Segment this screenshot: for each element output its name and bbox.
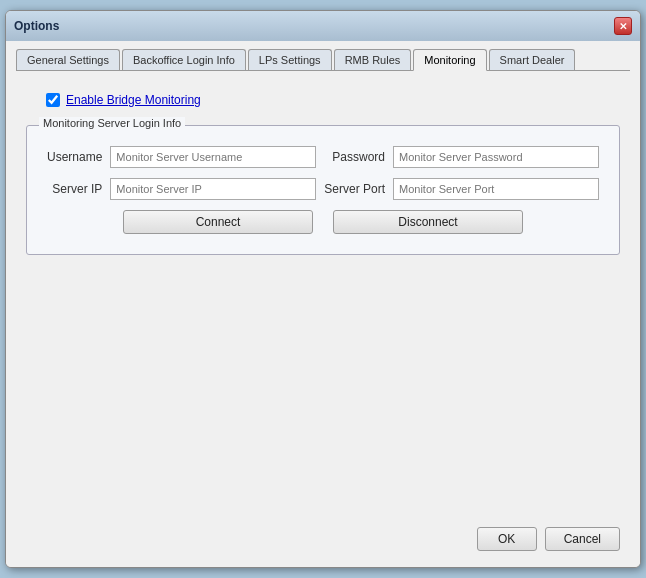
close-button[interactable]: ✕ — [614, 17, 632, 35]
tab-bar: General Settings Backoffice Login Info L… — [16, 49, 630, 71]
password-label: Password — [324, 150, 385, 164]
server-port-input[interactable] — [393, 178, 599, 200]
tab-smart-dealer[interactable]: Smart Dealer — [489, 49, 576, 70]
tab-monitoring[interactable]: Monitoring — [413, 49, 486, 71]
title-bar: Options ✕ — [6, 11, 640, 41]
enable-monitoring-checkbox[interactable] — [46, 93, 60, 107]
connect-button[interactable]: Connect — [123, 210, 313, 234]
ok-button[interactable]: OK — [477, 527, 537, 551]
server-ip-input[interactable] — [110, 178, 316, 200]
enable-monitoring-row: Enable Bridge Monitoring — [46, 93, 620, 107]
disconnect-button[interactable]: Disconnect — [333, 210, 523, 234]
window-title: Options — [14, 19, 59, 33]
password-input[interactable] — [393, 146, 599, 168]
footer: OK Cancel — [16, 519, 630, 559]
server-ip-label: Server IP — [47, 182, 102, 196]
tab-rmb-rules[interactable]: RMB Rules — [334, 49, 412, 70]
server-login-group: Monitoring Server Login Info Username Pa… — [26, 125, 620, 255]
tab-general-settings[interactable]: General Settings — [16, 49, 120, 70]
window-body: General Settings Backoffice Login Info L… — [6, 41, 640, 567]
form-grid: Username Password Server IP Server Port — [47, 146, 599, 200]
enable-monitoring-label[interactable]: Enable Bridge Monitoring — [66, 93, 201, 107]
username-label: Username — [47, 150, 102, 164]
server-port-label: Server Port — [324, 182, 385, 196]
cancel-button[interactable]: Cancel — [545, 527, 620, 551]
group-title: Monitoring Server Login Info — [39, 117, 185, 129]
tab-lps-settings[interactable]: LPs Settings — [248, 49, 332, 70]
options-window: Options ✕ General Settings Backoffice Lo… — [5, 10, 641, 568]
action-buttons: Connect Disconnect — [47, 210, 599, 234]
monitoring-content: Enable Bridge Monitoring Monitoring Serv… — [16, 83, 630, 519]
tab-backoffice-login-info[interactable]: Backoffice Login Info — [122, 49, 246, 70]
username-input[interactable] — [110, 146, 316, 168]
